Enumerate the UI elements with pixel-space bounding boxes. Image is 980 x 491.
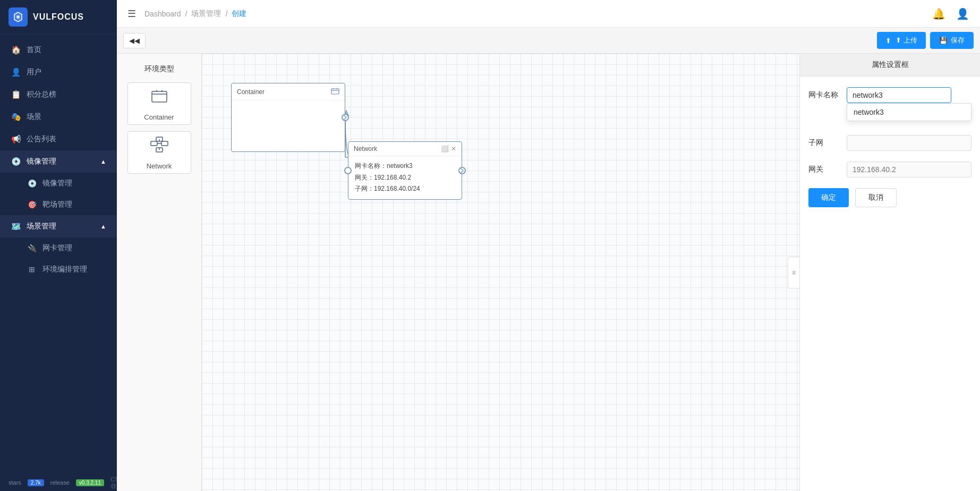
- cancel-button[interactable]: 取消: [855, 188, 897, 207]
- network-subnet-label: 子网：: [355, 185, 374, 192]
- breadcrumb-create[interactable]: 创建: [232, 9, 246, 19]
- props-nic-label: 网卡名称: [808, 87, 840, 100]
- sidebar-item-scene-mgmt[interactable]: 🗺️ 场景管理 ▲: [0, 215, 117, 238]
- network-card-label: Network: [147, 162, 172, 170]
- sidebar-label-env: 环境编排管理: [42, 265, 87, 274]
- container-card-label: Container: [144, 113, 174, 121]
- svg-rect-1: [152, 91, 167, 102]
- props-gateway-input[interactable]: [847, 162, 972, 177]
- canvas-area[interactable]: Container: [202, 54, 799, 491]
- menu-toggle-icon[interactable]: ☰: [127, 8, 136, 20]
- image-sub-icon: 💿: [27, 179, 37, 188]
- props-subnet-input[interactable]: [847, 135, 972, 151]
- scenes-icon: 🎭: [11, 112, 21, 122]
- scene-editor: ◀◀ ⬆ ⬆ 上传 💾 保存 环境类型: [117, 28, 980, 491]
- breadcrumb-scene-mgmt[interactable]: 场景管理: [191, 9, 221, 19]
- save-icon: 💾: [939, 37, 948, 45]
- upload-button[interactable]: ⬆ ⬆ 上传: [877, 32, 926, 49]
- network-left-port[interactable]: [344, 167, 352, 174]
- toolbar-right: ⬆ ⬆ 上传 💾 保存: [877, 32, 974, 49]
- notices-icon: 📢: [11, 134, 21, 144]
- editor-body: 环境类型 Container: [117, 54, 980, 491]
- network-right-port[interactable]: [458, 167, 466, 174]
- sidebar-subitem-env[interactable]: ⊞ 环境编排管理: [0, 259, 117, 280]
- bottom-bar: stars 2.7k release v0.3.2.11 CSDN @julie…: [0, 474, 117, 491]
- target-icon: 🎯: [27, 200, 37, 209]
- sidebar-logo: VULFOCUS: [0, 0, 117, 35]
- container-node-title: Container: [237, 88, 265, 96]
- sidebar-item-image-mgmt[interactable]: 💿 镜像管理 ▲: [0, 150, 117, 173]
- collapse-button[interactable]: ◀◀: [123, 33, 146, 48]
- leaderboard-icon: 📋: [11, 90, 21, 99]
- logo-icon: [8, 7, 28, 27]
- sidebar-label-users: 用户: [27, 67, 41, 77]
- sidebar-label-scenes: 场景: [27, 112, 41, 122]
- user-avatar-icon[interactable]: 👤: [956, 7, 969, 20]
- release-label: release: [50, 479, 70, 486]
- sidebar-item-home[interactable]: 🏠 首页: [0, 39, 117, 61]
- notification-icon[interactable]: 🔔: [932, 7, 945, 20]
- breadcrumb: Dashboard / 场景管理 / 创建: [144, 9, 246, 19]
- workspace: ◀◀ ⬆ ⬆ 上传 💾 保存 环境类型: [117, 28, 980, 491]
- minimap-toggle[interactable]: ≡: [788, 257, 799, 289]
- network-gateway-value: 192.168.40.2: [374, 174, 411, 181]
- sidebar-item-notices[interactable]: 📢 公告列表: [0, 128, 117, 150]
- nic-icon: 🔌: [27, 244, 37, 252]
- svg-point-0: [16, 15, 20, 19]
- save-button[interactable]: 💾 保存: [930, 32, 974, 49]
- image-mgmt-arrow: ▲: [100, 158, 106, 165]
- sidebar-nav: 🏠 首页 👤 用户 📋 积分总榜 🎭 场景 📢 公告列表 💿 镜像管理 ▲: [0, 35, 117, 474]
- props-gateway-label: 网关: [808, 162, 840, 174]
- main-area: ☰ Dashboard / 场景管理 / 创建 🔔 👤 ◀◀ ⬆ ⬆: [117, 0, 980, 491]
- props-subnet-field: 子网: [808, 135, 972, 151]
- container-card-icon: [150, 86, 169, 109]
- sidebar-subitem-target[interactable]: 🎯 靶场管理: [0, 194, 117, 215]
- save-label: 保存: [951, 36, 965, 45]
- svg-rect-2: [151, 141, 157, 146]
- network-card-icon: [150, 135, 169, 158]
- topbar: ☰ Dashboard / 场景管理 / 创建 🔔 👤: [117, 0, 980, 28]
- network-node-expand-icon[interactable]: ⬜: [441, 145, 449, 153]
- network-node-close-icon[interactable]: ✕: [451, 145, 456, 153]
- props-nic-input[interactable]: [847, 87, 951, 103]
- sidebar-label-home: 首页: [27, 45, 41, 55]
- version-badge: v0.3.2.11: [76, 479, 104, 486]
- sidebar-item-scenes[interactable]: 🎭 场景: [0, 106, 117, 128]
- sidebar-subitem-nic[interactable]: 🔌 网卡管理: [0, 238, 117, 259]
- props-gateway-field: 网关: [808, 162, 972, 177]
- breadcrumb-sep-1: /: [185, 10, 188, 18]
- container-right-port[interactable]: [342, 114, 349, 121]
- upload-label: ⬆ 上传: [896, 36, 917, 45]
- network-node-body: 网卡名称：network3 网关：192.168.40.2 子网：192.168…: [348, 156, 462, 199]
- props-panel: 属性设置框 网卡名称 network3: [799, 54, 980, 491]
- confirm-button[interactable]: 确定: [808, 188, 849, 207]
- stars-badge: 2.7k: [28, 479, 44, 486]
- network-card[interactable]: Network: [127, 131, 191, 174]
- props-actions: 确定 取消: [800, 188, 980, 207]
- network-node-title: Network: [354, 145, 377, 153]
- network-node[interactable]: Network ⬜ ✕ 网卡名称：network3 网关：192.16: [348, 141, 462, 200]
- scene-mgmt-arrow: ▲: [100, 223, 106, 230]
- scene-mgmt-icon: 🗺️: [11, 222, 21, 231]
- network-nic-value: network3: [387, 162, 413, 170]
- stars-label: stars: [8, 479, 21, 486]
- breadcrumb-dashboard[interactable]: Dashboard: [144, 10, 181, 18]
- sidebar-item-leaderboard[interactable]: 📋 积分总榜: [0, 83, 117, 106]
- network-subnet-value: 192.168.40.0/24: [374, 185, 420, 192]
- sidebar-item-users[interactable]: 👤 用户: [0, 61, 117, 83]
- nic-option-network3[interactable]: network3: [847, 104, 971, 121]
- network-subnet-info: 子网：192.168.40.0/24: [355, 183, 455, 195]
- svg-rect-3: [161, 141, 168, 146]
- sidebar-subitem-image[interactable]: 💿 镜像管理: [0, 173, 117, 194]
- container-card[interactable]: Container: [127, 82, 191, 125]
- editor-toolbar: ◀◀ ⬆ ⬆ 上传 💾 保存: [117, 28, 980, 54]
- sidebar-label-nic: 网卡管理: [42, 243, 72, 253]
- container-node[interactable]: Container: [231, 83, 345, 152]
- upload-icon: ⬆: [885, 37, 891, 45]
- props-panel-header: 属性设置框: [800, 54, 980, 77]
- network-nic-info: 网卡名称：network3: [355, 160, 455, 172]
- env-panel: 环境类型 Container: [117, 54, 202, 491]
- minimap-icon: ≡: [792, 269, 796, 276]
- logo-text: VULFOCUS: [33, 12, 84, 22]
- sidebar-label-target: 靶场管理: [42, 200, 72, 209]
